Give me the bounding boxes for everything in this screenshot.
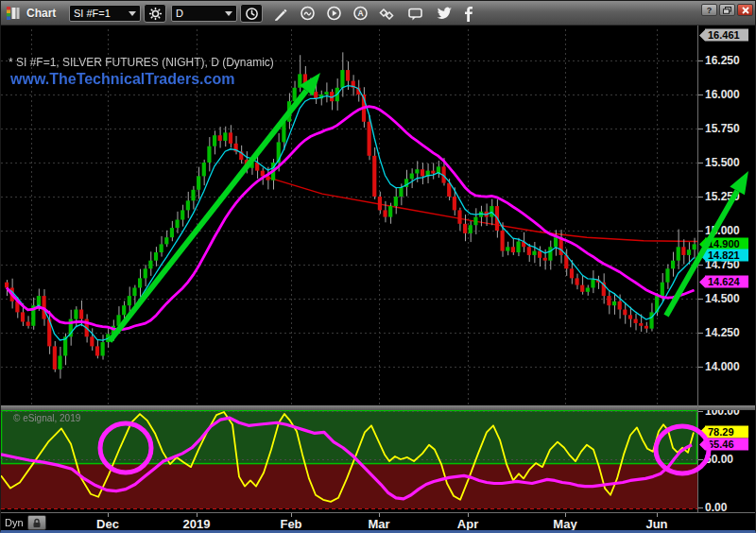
main-chart-canvas[interactable] xyxy=(1,26,756,533)
alerts-button[interactable]: A xyxy=(349,5,371,23)
close-button[interactable] xyxy=(737,4,753,16)
gear-icon xyxy=(148,7,163,21)
dyn-label: Dyn xyxy=(5,517,24,528)
curve-circle-icon xyxy=(300,6,316,22)
window-controls: ? xyxy=(701,4,753,16)
chart-area: 16.25016.00015.75015.50015.25015.00014.7… xyxy=(1,26,756,533)
a-circle-icon: A xyxy=(352,6,369,22)
symbol-dropdown[interactable]: SI #F=1 xyxy=(69,5,141,22)
close-icon xyxy=(742,7,749,14)
speech-bubble-icon xyxy=(407,7,423,22)
chart-window: Chart SI #F=1 D xyxy=(0,0,756,533)
interval-dropdown[interactable]: D xyxy=(171,5,237,22)
studies-button[interactable] xyxy=(296,5,318,23)
toolbar: Chart SI #F=1 D xyxy=(1,1,756,26)
lock-icon xyxy=(32,518,42,528)
restore-icon xyxy=(723,7,731,14)
interval-value: D xyxy=(176,8,221,19)
restore-button[interactable] xyxy=(719,4,735,16)
twitter-icon xyxy=(437,7,453,21)
clock-icon xyxy=(245,7,259,21)
chevron-down-icon xyxy=(129,11,136,16)
twitter-share-button[interactable] xyxy=(433,5,455,23)
svg-text:A: A xyxy=(357,9,363,18)
link-icon xyxy=(379,7,394,22)
chart-app-icon xyxy=(6,1,21,26)
facebook-share-button[interactable] xyxy=(460,5,477,23)
draw-tool-button[interactable] xyxy=(269,5,292,23)
time-template-lock-button[interactable] xyxy=(27,515,46,530)
symbol-value: SI #F=1 xyxy=(74,8,125,19)
symbol-settings-button[interactable] xyxy=(144,4,166,23)
window-type-label: Chart xyxy=(26,1,56,26)
dyn-control: Dyn xyxy=(5,515,46,530)
time-template-button[interactable] xyxy=(240,4,263,23)
pencil-icon xyxy=(273,7,288,22)
facebook-icon xyxy=(464,7,473,22)
help-button[interactable]: ? xyxy=(701,4,717,16)
replay-button[interactable] xyxy=(322,5,345,23)
chat-button[interactable] xyxy=(404,5,426,23)
chevron-down-icon xyxy=(225,11,232,16)
play-circle-icon xyxy=(326,6,342,22)
link-button[interactable] xyxy=(375,5,398,23)
